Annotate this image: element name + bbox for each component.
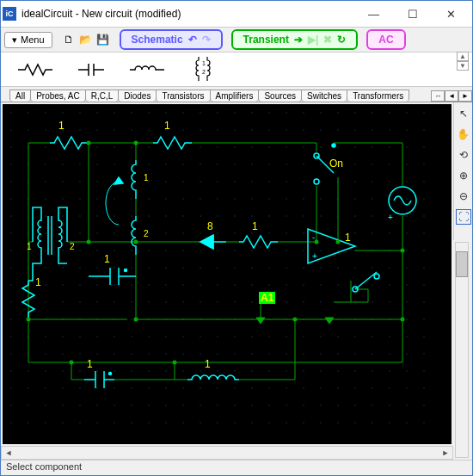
cat-tab-transistors[interactable]: Transistors: [156, 90, 210, 102]
svg-point-24: [87, 240, 91, 244]
redo-icon[interactable]: ↷: [202, 34, 211, 46]
pause-icon: ▶|: [308, 34, 318, 46]
minimize-button[interactable]: —: [354, 2, 393, 26]
cat-tab-sources[interactable]: Sources: [258, 90, 302, 102]
tab-schematic[interactable]: Schematic ↶ ↷: [120, 29, 223, 50]
svg-point-22: [134, 141, 138, 145]
stop-icon: ✖: [323, 34, 332, 46]
svg-point-34: [336, 240, 341, 244]
svg-point-27: [293, 318, 298, 322]
transformer-secondary: 2: [70, 242, 75, 251]
cat-tab-probes[interactable]: Probes, AC: [30, 90, 86, 102]
cat-next-icon[interactable]: ►: [458, 90, 472, 102]
capacitor-icon[interactable]: [78, 61, 104, 78]
diode-value: 8: [207, 220, 213, 232]
inductor-icon[interactable]: [130, 61, 164, 78]
vertical-scrollbar[interactable]: [455, 242, 469, 458]
svg-point-15: [332, 144, 335, 147]
workspace: - + +: [1, 102, 472, 460]
capacitor-value: 1: [104, 253, 110, 265]
pan-tool-icon[interactable]: ⟲: [456, 147, 471, 163]
svg-rect-3: [3, 104, 433, 431]
switch-label: On: [329, 158, 343, 170]
inductor-num: 2: [144, 229, 149, 238]
cat-tab-diodes[interactable]: Diodes: [118, 90, 157, 102]
svg-point-6: [125, 269, 127, 272]
refresh-icon: ↻: [337, 34, 346, 46]
transformer-icon[interactable]: 12: [190, 57, 216, 83]
svg-point-32: [70, 361, 74, 365]
tab-label: AC: [378, 34, 393, 46]
zoom-fit-icon[interactable]: ⛶: [456, 209, 471, 225]
category-tabs: All Probes, AC R,C,L Diodes Transistors …: [1, 87, 472, 102]
cat-expand-icon[interactable]: ↔: [431, 90, 445, 102]
svg-point-21: [87, 141, 91, 145]
svg-point-28: [401, 318, 405, 322]
hand-tool-icon[interactable]: ✋: [456, 127, 471, 142]
scroll-right-icon[interactable]: ►: [439, 448, 452, 457]
svg-point-29: [401, 249, 405, 253]
svg-point-26: [259, 318, 263, 322]
run-icon: ➔: [294, 34, 303, 46]
cat-tab-rcl[interactable]: R,C,L: [85, 90, 120, 102]
zoom-out-icon[interactable]: ⊖: [456, 189, 471, 204]
side-toolbar: ↖ ✋ ⟲ ⊕ ⊖ ⛶: [453, 102, 472, 240]
cat-tab-switches[interactable]: Switches: [301, 90, 347, 102]
scrollbar-thumb[interactable]: [456, 251, 468, 277]
node-label-a1[interactable]: A1: [259, 292, 275, 304]
transformer-primary: 1: [27, 242, 32, 251]
menu-button[interactable]: ▾ Menu: [4, 32, 52, 48]
inductor-num: 1: [144, 173, 149, 182]
svg-point-31: [27, 318, 31, 322]
component-palette: 12 ▲▼: [1, 53, 472, 87]
cat-tab-amplifiers[interactable]: Amplifiers: [210, 90, 260, 102]
menu-label: Menu: [21, 34, 45, 45]
app-icon: iC: [3, 7, 16, 21]
status-bar: Select component: [1, 460, 472, 475]
save-file-icon[interactable]: 💾: [95, 32, 111, 47]
maximize-button[interactable]: ☐: [393, 2, 432, 26]
zoom-in-icon[interactable]: ⊕: [456, 168, 471, 183]
inductor-value: 1: [205, 358, 211, 370]
svg-text:1: 1: [202, 60, 206, 66]
capacitor-value: 1: [87, 358, 93, 370]
cat-tab-all[interactable]: All: [9, 90, 31, 102]
svg-point-33: [315, 240, 319, 244]
window-title: idealCircuit - New circuit (modified): [22, 8, 354, 20]
tab-label: Transient: [243, 34, 289, 46]
open-file-icon[interactable]: 📂: [78, 32, 94, 47]
svg-point-7: [109, 373, 112, 375]
schematic-canvas[interactable]: - + +: [3, 104, 452, 444]
cat-tab-transformers[interactable]: Transformers: [347, 90, 409, 102]
resistor-value: 1: [252, 220, 258, 232]
chevron-down-icon: ▾: [12, 34, 17, 46]
tab-transient[interactable]: Transient ➔ ▶| ✖ ↻: [231, 29, 359, 50]
svg-text:+: +: [312, 251, 317, 261]
svg-text:+: +: [388, 213, 393, 222]
resistor-icon[interactable]: [18, 61, 52, 78]
svg-point-23: [134, 240, 138, 244]
tab-label: Schematic: [132, 34, 183, 46]
pointer-tool-icon[interactable]: ↖: [456, 106, 471, 121]
resistor-value: 1: [164, 120, 170, 132]
palette-pager[interactable]: ▲▼: [457, 52, 469, 71]
resistor-value: 1: [58, 120, 64, 132]
toolbar: ▾ Menu 🗋 📂 💾 Schematic ↶ ↷ Transient ➔ ▶…: [1, 27, 472, 53]
svg-point-25: [134, 318, 138, 322]
svg-point-30: [173, 361, 177, 365]
titlebar: iC idealCircuit - New circuit (modified)…: [1, 1, 472, 27]
undo-icon[interactable]: ↶: [188, 34, 197, 46]
new-file-icon[interactable]: 🗋: [61, 32, 77, 47]
svg-text:2: 2: [202, 69, 206, 75]
tab-ac[interactable]: AC: [366, 29, 405, 50]
cat-prev-icon[interactable]: ◄: [445, 90, 458, 102]
resistor-value: 1: [35, 276, 41, 288]
opamp-value: 1: [345, 232, 351, 244]
svg-text:-: -: [312, 232, 315, 242]
close-button[interactable]: ✕: [432, 2, 470, 26]
scroll-left-icon[interactable]: ◄: [2, 448, 15, 457]
horizontal-scrollbar[interactable]: ◄ ►: [1, 446, 453, 460]
